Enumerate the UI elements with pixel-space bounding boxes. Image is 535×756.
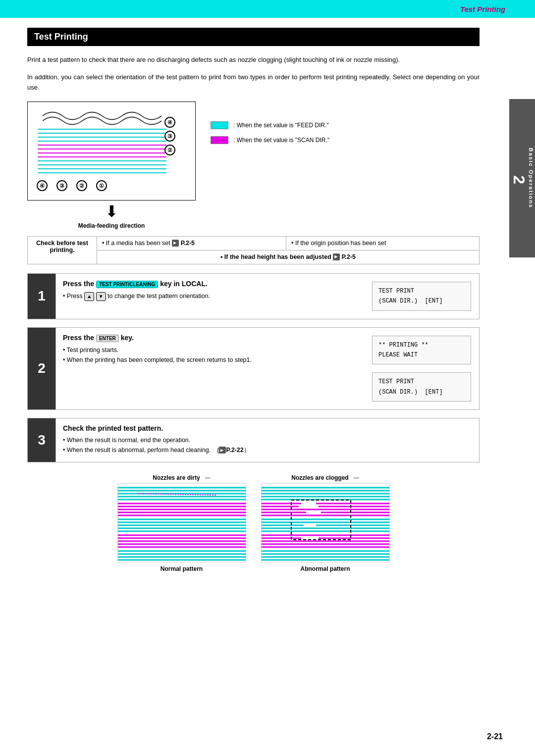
legend-feed-dir-label: : When the set value is "FEED DIR." xyxy=(233,122,329,129)
enter-key[interactable]: ENTER xyxy=(96,335,119,342)
step-2-number: 2 xyxy=(28,328,55,410)
down-arrow-key[interactable]: ▼ xyxy=(96,292,106,301)
nozzles-clogged-label: Nozzles are clogged xyxy=(291,474,348,481)
top-bar: Test Printing xyxy=(0,0,535,18)
legend-cyan-box xyxy=(211,121,228,129)
num-2-right: ② xyxy=(164,145,175,155)
section-heading: Test Printing xyxy=(27,28,480,46)
step-2-display-2: TEST PRINT (SCAN DIR.) [ENT] xyxy=(372,372,471,402)
step-1-content: Press the TEST PRINT/CLEANING key in LOC… xyxy=(55,274,364,319)
ref-icon-3 xyxy=(219,447,226,454)
wavy-lines-svg xyxy=(43,106,161,126)
check-table-cell-1-1: • If a media has been set P.2-5 xyxy=(97,237,286,251)
tab-number: 2 xyxy=(510,175,529,185)
step-3-desc1: • When the result is normal, end the ope… xyxy=(63,435,472,445)
abnormal-pattern-label: Abnormal pattern xyxy=(300,565,350,572)
step-3-desc2: • When the result is abnormal, perform h… xyxy=(63,445,472,455)
legend-feed-dir: : When the set value is "FEED DIR." xyxy=(211,121,329,129)
paragraph-1: Print a test pattern to check that there… xyxy=(27,55,480,65)
num-4-right: ④ xyxy=(164,117,175,128)
pattern-section: Nozzles are dirty — xyxy=(27,474,480,572)
num-1-bottom: ① xyxy=(96,180,107,191)
step-2-screens: ** PRINTING ** PLEASE WAIT TEST PRINT (S… xyxy=(364,328,479,410)
main-content: Test Printing Print a test pattern to ch… xyxy=(0,18,509,602)
step-1-title: Press the TEST PRINT/CLEANING key in LOC… xyxy=(63,280,357,288)
normal-pattern-svg xyxy=(117,483,246,562)
abnormal-pattern-block: Nozzles are clogged — xyxy=(261,474,390,572)
ref-icon-1 xyxy=(172,240,179,247)
page-number: 2-21 xyxy=(487,732,503,741)
step-1-number: 1 xyxy=(28,274,55,319)
check-table-cell-1-2: • If the origin position has been set xyxy=(286,237,480,251)
step-3-block: 3 Check the printed test pattern. • When… xyxy=(27,418,480,462)
step-1-block: 1 Press the TEST PRINT/CLEANING key in L… xyxy=(27,273,480,319)
check-table-header: Check before testprinting. xyxy=(28,237,97,264)
top-bar-title: Test Printing xyxy=(460,5,505,13)
step-2-title: Press the ENTER key. xyxy=(63,334,357,342)
diag-right-numbers: ④ ③ ② xyxy=(164,117,175,155)
step-3-title: Check the printed test pattern. xyxy=(63,424,472,432)
legend-scan-dir-label: : When the set value is "SCAN DIR." xyxy=(233,137,329,144)
step-1-screen: TEST PRINT (SCAN DIR.) [ENT] xyxy=(364,274,479,319)
step-2-block: 2 Press the ENTER key. • Test printing s… xyxy=(27,327,480,410)
step-2-desc2: • When the printing has been completed, … xyxy=(63,355,357,365)
diagram-box: ④ ③ ② ① ④ ③ ② xyxy=(27,101,196,201)
diagram-area: ④ ③ ② ① ④ ③ ② ⬇ Media-feeding directi xyxy=(27,101,480,229)
normal-pattern-label: Normal pattern xyxy=(160,565,203,572)
step-2-content: Press the ENTER key. • Test printing sta… xyxy=(55,328,364,410)
pattern-lines-svg xyxy=(38,124,166,174)
nozzles-dirty-row: Nozzles are dirty — xyxy=(153,474,210,481)
test-print-cleaning-key[interactable]: TEST PRINT/CLEANING xyxy=(96,281,158,288)
num-3-right: ③ xyxy=(164,131,175,142)
check-table: Check before testprinting. • If a media … xyxy=(27,236,480,264)
paragraph-2: In addition, you can select the orientat… xyxy=(27,72,480,93)
legend-scan-dir: : When the set value is "SCAN DIR." xyxy=(211,136,329,144)
arrow-down: ⬇ xyxy=(105,203,118,219)
step-1-desc: • Press ▲ ▼ to change the test pattern o… xyxy=(63,291,357,301)
ref-icon-2 xyxy=(333,253,340,260)
step-3-number: 3 xyxy=(28,418,55,462)
legend-magenta-box xyxy=(211,136,228,144)
num-3-bottom: ③ xyxy=(56,180,67,191)
step-3-content: Check the printed test pattern. • When t… xyxy=(55,418,479,462)
num-2-bottom: ② xyxy=(76,180,87,191)
nozzles-dirty-label: Nozzles are dirty xyxy=(153,474,200,481)
step-2-desc1: • Test printing starts. xyxy=(63,345,357,355)
up-arrow-key[interactable]: ▲ xyxy=(84,292,94,301)
num-4-bottom: ④ xyxy=(37,180,48,191)
normal-pattern-block: Nozzles are dirty — xyxy=(117,474,246,572)
step-2-display-1: ** PRINTING ** PLEASE WAIT xyxy=(372,336,471,365)
media-feeding-label: Media-feeding direction xyxy=(78,222,145,229)
step-1-display: TEST PRINT (SCAN DIR.) [ENT] xyxy=(372,282,471,311)
diag-bottom-numbers: ④ ③ ② ① xyxy=(37,180,107,191)
right-side-tab: 2 Basic Operations xyxy=(509,99,535,257)
abnormal-pattern-svg xyxy=(261,483,390,562)
check-table-cell-2: • If the head height has been adjusted P… xyxy=(97,251,480,264)
diagram-legend: : When the set value is "FEED DIR." : Wh… xyxy=(211,101,329,144)
tab-text: Basic Operations xyxy=(529,148,535,208)
nozzles-clogged-row: Nozzles are clogged — xyxy=(291,474,359,481)
